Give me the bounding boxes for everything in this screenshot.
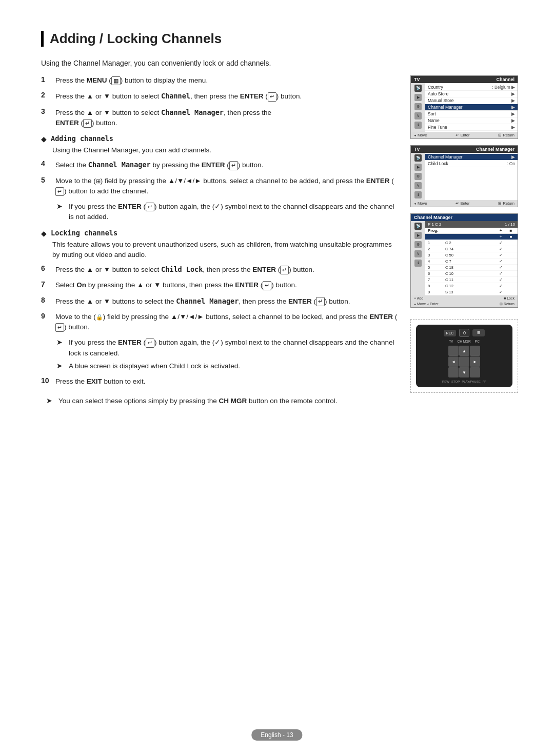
remote-label-chmgr: CH MGR: [457, 340, 470, 343]
tv-icon-setup: ⚙: [414, 103, 422, 110]
tv-icon-info: ℹ: [414, 122, 422, 129]
tv-panel-channel-manager: TV Channel Manager 📡 ▶ ⚙ ↳ ℹ Channel Man…: [410, 145, 518, 207]
tv-icon-2-av: ▶: [414, 164, 422, 171]
ch-icon-setup: ⚙: [414, 241, 422, 248]
tv-icon-av: ▶: [414, 94, 422, 101]
tv-row-auto-store: Auto Store ▶: [425, 91, 518, 97]
tv-panel-2-footer: ⬥ Move ↵ Enter ⊞ Return: [411, 200, 518, 207]
remote-rew-btn[interactable]: REW: [442, 380, 449, 383]
dpad-empty-tr: [470, 346, 480, 356]
remote-menu-btn[interactable]: ☰: [472, 329, 485, 336]
remote-labels: TV CH MGR PC: [449, 340, 480, 343]
dpad-down-btn[interactable]: ▼: [459, 367, 469, 377]
ch-icon-antenna: 📡: [414, 223, 422, 230]
step-6-text: Press the ▲ or ▼ button to select Child …: [55, 264, 314, 275]
step-9-num: 9: [41, 312, 50, 320]
tip-text: You can select these options simply by p…: [58, 396, 338, 406]
step-7-text: Select On by pressing the ▲ or ▼ buttons…: [55, 280, 297, 290]
dpad-left-btn[interactable]: ◄: [448, 356, 459, 367]
ch-row-6: 6 C 10 ✓: [425, 271, 518, 277]
step-4-num: 4: [41, 160, 50, 168]
locking-channels-title: Locking channels: [51, 229, 117, 237]
ch-row-2: 2 C 74 ✓: [425, 246, 518, 252]
enter-icon-7: ↵: [263, 281, 271, 290]
dpad-center-btn[interactable]: [459, 356, 469, 367]
tv-row-name: Name ▶: [425, 117, 518, 124]
ch-cols-header: Prog. + ■: [425, 228, 518, 234]
ch-panel-body: 📡 ▶ ⚙ ↳ ℹ P 1 C 2 1 / 10 Prog. + ■: [411, 221, 518, 295]
step-2-text: Press the ▲ or ▼ button to select Channe…: [55, 91, 302, 102]
arrow-text-2: If you press the ENTER (↵) button again,…: [69, 337, 400, 359]
tv-panel-channel: TV Channel 📡 ▶ ⚙ ↳ ℹ Country : Belgium ▶: [410, 75, 518, 139]
menu-icon: ▦: [111, 76, 121, 85]
left-column: 1 Press the MENU (▦) button to display t…: [41, 75, 400, 412]
enter-icon-6: ↵: [280, 266, 289, 274]
arrow-note-1: ➤ If you press the ENTER (↵) button agai…: [56, 202, 400, 223]
enter-icon-4: ↵: [229, 161, 238, 170]
tv-panel-1-body: 📡 ▶ ⚙ ↳ ℹ Country : Belgium ▶ Auto Store…: [411, 83, 518, 132]
dpad-empty-bl: [448, 367, 459, 377]
ch-panel-content: P 1 C 2 1 / 10 Prog. + ■ + ■: [425, 221, 518, 295]
step-9: 9 Move to the (🔒) field by pressing the …: [41, 312, 400, 333]
tv-panel-1-sidebar: 📡 ▶ ⚙ ↳ ℹ: [411, 83, 425, 132]
ch-panel-title: Channel Manager: [414, 215, 452, 220]
remote-control: REC 0 ☰ TV CH MGR PC ▲ ◄ ► ▼: [416, 325, 512, 387]
tv-icon-2-input: ↳: [414, 182, 422, 189]
step-7-num: 7: [41, 280, 50, 288]
ch-row-7: 7 C 11 ✓: [425, 277, 518, 283]
remote-ff-btn[interactable]: FF: [483, 380, 486, 383]
ch-footer-2: ⬥ Move ↵ Enter ⊞ Return: [411, 301, 518, 307]
tv-panel-2-body: 📡 ▶ ⚙ ↳ ℹ Channel Manager ▶ Child Lock :…: [411, 153, 518, 200]
page-title: Adding / Locking Channels: [41, 31, 523, 47]
ch-row-3: 3 C 50 ✓: [425, 252, 518, 258]
tv-panel-1-content: Country : Belgium ▶ Auto Store ▶ Manual …: [425, 83, 518, 132]
remote-stop-btn[interactable]: STOP: [451, 380, 460, 383]
tv-panel-2-content: Channel Manager ▶ Child Lock : On: [425, 153, 518, 200]
tv-panel-1-footer: ⬥ Move ↵ Enter ⊞ Return: [411, 132, 518, 138]
locking-channels-body: This feature allows you to prevent unaut…: [52, 240, 400, 261]
enter-icon-9: ↵: [55, 323, 64, 332]
step-3-num: 3: [41, 107, 50, 115]
adding-channels-header: ◆ Adding channels: [41, 134, 400, 143]
step-6: 6 Press the ▲ or ▼ button to select Chil…: [41, 264, 400, 275]
step-10: 10 Press the EXIT button to exit.: [41, 376, 400, 387]
arrow-text-1: If you press the ENTER (↵) button again,…: [69, 202, 400, 223]
arrow-sym-1: ➤: [56, 202, 65, 210]
remote-label-pc: PC: [475, 340, 480, 343]
tv-row-channel-manager: Channel Manager ▶: [425, 104, 518, 111]
remote-play-btn[interactable]: PLAY/PAUSE: [462, 380, 480, 383]
adding-channels-body: Using the Channel Manager, you can add c…: [52, 145, 400, 155]
ch-panel-sidebar: 📡 ▶ ⚙ ↳ ℹ: [411, 221, 425, 295]
page-footer: English - 13: [251, 729, 302, 741]
step-9-text: Move to the (🔒) field by pressing the ▲/…: [55, 312, 400, 333]
ch-row-1: 1 C 2 ✓: [425, 240, 518, 246]
ch-icon-input: ↳: [414, 250, 422, 257]
step-8-text: Press the ▲ or ▼ buttons to select the C…: [55, 296, 350, 307]
arrow-sym-3: ➤: [56, 362, 65, 370]
step-7: 7 Select On by pressing the ▲ or ▼ butto…: [41, 280, 400, 290]
remote-rec-btn[interactable]: REC: [444, 330, 457, 336]
tv-row-fine-tune: Fine Tune ▶: [425, 124, 518, 131]
step-6-num: 6: [41, 264, 50, 272]
remote-container: REC 0 ☰ TV CH MGR PC ▲ ◄ ► ▼: [410, 319, 518, 393]
dpad-up-btn[interactable]: ▲: [459, 346, 469, 356]
remote-top-row: REC 0 ☰: [444, 329, 485, 337]
locking-channels-header: ◆ Locking channels: [41, 229, 400, 237]
arrow-text-3: A blue screen is displayed when Child Lo…: [69, 361, 240, 371]
step-2-num: 2: [41, 91, 50, 99]
tv-panel-2-title: Channel Manager: [476, 147, 515, 152]
ch-icon-info: ℹ: [414, 260, 422, 267]
remote-transport-row: REW STOP PLAY/PAUSE FF: [442, 380, 486, 383]
tv-panel-2-tv-label: TV: [414, 147, 420, 152]
dpad-right-btn[interactable]: ►: [470, 356, 480, 367]
tv-row-sort: Sort ▶: [425, 111, 518, 117]
diamond-icon-1: ◆: [41, 135, 47, 143]
remote-zero-btn[interactable]: 0: [459, 329, 469, 337]
ch-row-4: 4 C 7 ✓: [425, 258, 518, 265]
tv-row-country: Country : Belgium ▶: [425, 84, 518, 91]
ch-row-9: 9 S 13 ✓: [425, 289, 518, 295]
remote-dpad: ▲ ◄ ► ▼: [448, 346, 480, 377]
remote-label-tv: TV: [449, 340, 453, 343]
step-4: 4 Select the Channel Manager by pressing…: [41, 160, 400, 170]
adding-channels-title: Adding channels: [51, 134, 113, 143]
